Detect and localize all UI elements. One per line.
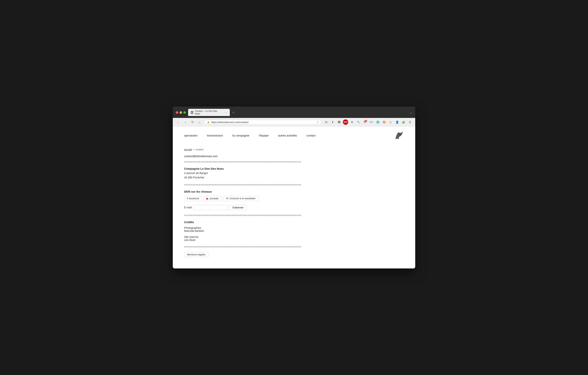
newsletter-row: E-mail S'abonner <box>184 205 313 210</box>
color-icon[interactable]: 🎨 <box>381 120 387 125</box>
youtube-label: youtube <box>210 197 218 200</box>
credits-category-1: Site internet <box>184 235 313 239</box>
nav-links: spectacles transmission la compagnie l'é… <box>184 134 315 137</box>
browser-window: DDN Contact – Le Don Des Nues × + ⌄ ‹ › … <box>173 107 415 268</box>
extension3-icon[interactable]: 🧩 <box>401 120 406 125</box>
forward-button[interactable]: › <box>183 120 188 125</box>
breadcrumb: accueil > contact <box>184 148 313 151</box>
titlebar-menu[interactable]: ⌄ <box>410 111 412 114</box>
bookmark-icon[interactable]: ☆ <box>316 121 319 124</box>
url-text: https://ledondesnues.com/contact/ <box>211 121 315 124</box>
credits-title: Crédits <box>184 221 313 224</box>
social-buttons: f facebook ▶ youtube ✉ s'inscrire à la n… <box>184 196 313 201</box>
toolbar-icons: 🛍 ⬇ 📚 ABP ⚙ 🔧 📅 29 </> 🌐 🎨 ⚠ 👤 🧩 ☰ <box>324 120 413 125</box>
breadcrumb-current: contact <box>196 148 203 151</box>
site-logo[interactable] <box>394 131 404 140</box>
company-name: Compagnie Le Don Des Nues <box>184 167 313 170</box>
vpn-icon[interactable]: 🌐 <box>375 120 380 125</box>
home-button[interactable]: ⌂ <box>197 120 202 125</box>
credits-name-0: Marcella Barbieri <box>184 229 313 232</box>
abp-icon[interactable]: ABP <box>343 120 348 125</box>
breadcrumb-separator: > <box>193 148 194 151</box>
nav-la-compagnie[interactable]: la compagnie <box>232 134 249 137</box>
youtube-button[interactable]: ▶ youtube <box>204 196 221 201</box>
company-address-line2: 44 380 Pornichet <box>184 175 313 179</box>
envelope-icon: ✉ <box>226 197 228 200</box>
traffic-lights <box>176 111 186 114</box>
page-content: spectacles transmission la compagnie l'é… <box>173 126 415 268</box>
pocket-icon[interactable]: 🛍 <box>324 120 329 125</box>
networks-title: DDN sur les réseaux <box>184 190 313 193</box>
facebook-icon: f <box>187 197 188 200</box>
facebook-button[interactable]: f facebook <box>184 196 202 201</box>
subscribe-button[interactable]: S'abonner <box>230 205 246 210</box>
main-content: accueil > contact contact@ledondesnues.c… <box>173 144 324 268</box>
email-label: E-mail <box>184 206 192 209</box>
extension2-icon[interactable]: 🔧 <box>356 120 361 125</box>
close-traffic-light[interactable] <box>176 111 178 114</box>
credits-item-1: Site internet Léo Nivet <box>184 235 313 242</box>
minimize-traffic-light[interactable] <box>179 111 182 114</box>
credits-item-0: Photographies Marcella Barbieri <box>184 226 313 232</box>
refresh-button[interactable]: ↻ <box>190 120 195 125</box>
divider-2: >>>>>>>>>>>>>>>>>>>>>>>>>>>>>>>>>>>>>>>>… <box>184 183 313 186</box>
address-bar[interactable]: 🔒 https://ledondesnues.com/contact/ ☆ <box>204 120 322 125</box>
nav-transmission[interactable]: transmission <box>207 134 223 137</box>
tab-favicon: DDN <box>191 111 193 114</box>
code-icon[interactable]: </> <box>369 120 374 125</box>
profile-icon[interactable]: 👤 <box>394 120 400 125</box>
extension1-icon[interactable]: ⚙ <box>349 120 355 125</box>
notifications-icon[interactable]: 📅 29 <box>362 120 368 125</box>
extensions-icon[interactable]: 📚 <box>336 120 342 125</box>
contact-email: contact@ledondesnues.com <box>184 155 313 158</box>
networks-section: DDN sur les réseaux f facebook ▶ youtube… <box>184 190 313 210</box>
maximize-traffic-light[interactable] <box>183 111 186 114</box>
alert-icon[interactable]: ⚠ <box>388 120 393 125</box>
facebook-label: facebook <box>189 197 199 200</box>
tab-bar: DDN Contact – Le Don Des Nues × + <box>188 109 408 116</box>
breadcrumb-home[interactable]: accueil <box>184 148 192 151</box>
site-nav: spectacles transmission la compagnie l'é… <box>173 126 415 144</box>
security-icon: 🔒 <box>207 121 210 123</box>
legal-mentions-button[interactable]: Mentions légales <box>184 252 208 257</box>
credits-name-1: Léo Nivet <box>184 239 313 242</box>
nav-autres-activites[interactable]: autres activités <box>278 134 297 137</box>
nav-spectacles[interactable]: spectacles <box>184 134 198 137</box>
credits-category-0: Photographies <box>184 226 313 229</box>
credits-section: Crédits Photographies Marcella Barbieri … <box>184 221 313 242</box>
tab-close-button[interactable]: × <box>224 111 227 114</box>
newsletter-subscribe-label: s'inscrire à la newsletter <box>229 197 256 200</box>
company-info: Compagnie Le Don Des Nues 4 avenue de Ba… <box>184 167 313 179</box>
tab-title: Contact – Le Don Des Nues <box>195 110 223 115</box>
download-icon[interactable]: ⬇ <box>330 120 335 125</box>
new-tab-button[interactable]: + <box>231 110 236 115</box>
browser-toolbar: ‹ › ↻ ⌂ 🔒 https://ledondesnues.com/conta… <box>173 118 415 126</box>
back-button[interactable]: ‹ <box>175 120 181 125</box>
youtube-icon: ▶ <box>207 197 209 200</box>
active-tab[interactable]: DDN Contact – Le Don Des Nues × <box>188 109 230 116</box>
divider-1: >>>>>>>>>>>>>>>>>>>>>>>>>>>>>>>>>>>>>>>>… <box>184 160 313 163</box>
newsletter-subscribe-button[interactable]: ✉ s'inscrire à la newsletter <box>223 196 258 201</box>
menu-icon[interactable]: ☰ <box>407 120 413 125</box>
email-input[interactable] <box>194 205 228 210</box>
browser-titlebar: DDN Contact – Le Don Des Nues × + ⌄ <box>173 107 415 118</box>
company-address-line1: 4 avenue de Bangor <box>184 171 313 175</box>
nav-lequipe[interactable]: l'équipe <box>259 134 268 137</box>
divider-3: >>>>>>>>>>>>>>>>>>>>>>>>>>>>>>>>>>>>>>>>… <box>184 214 313 217</box>
nav-contact[interactable]: contact <box>306 134 315 137</box>
divider-4: >>>>>>>>>>>>>>>>>>>>>>>>>>>>>>>>>>>>>>>>… <box>184 245 313 248</box>
